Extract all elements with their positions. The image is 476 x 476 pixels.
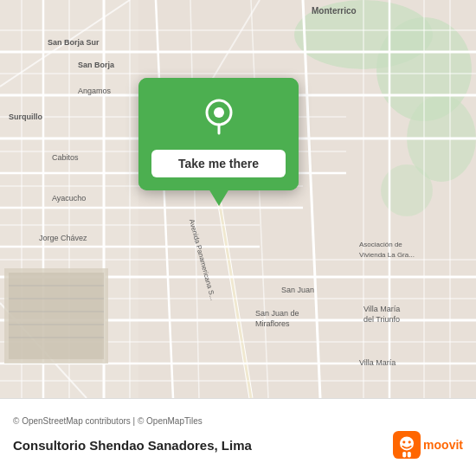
svg-point-73 bbox=[408, 441, 411, 443]
svg-text:Villa María: Villa María bbox=[359, 358, 396, 367]
svg-text:Villa María: Villa María bbox=[363, 305, 400, 313]
moovit-icon bbox=[393, 431, 421, 459]
svg-text:Vivienda La Gra...: Vivienda La Gra... bbox=[359, 251, 415, 259]
svg-text:Miraflores: Miraflores bbox=[255, 319, 290, 328]
location-info: Consultorio Shendao Sanadores, Lima moov… bbox=[13, 431, 463, 459]
svg-text:Surquillo: Surquillo bbox=[9, 113, 42, 121]
popup-tail bbox=[209, 189, 229, 206]
svg-text:San Juan de: San Juan de bbox=[255, 309, 299, 318]
svg-text:Angamos: Angamos bbox=[78, 87, 112, 95]
moovit-logo: moovit bbox=[393, 431, 463, 459]
location-name: Consultorio Shendao Sanadores, Lima bbox=[13, 438, 252, 453]
bottom-bar: © OpenStreetMap contributors | © OpenMap… bbox=[0, 398, 476, 476]
moovit-text: moovit bbox=[423, 438, 463, 452]
svg-text:San Borja Sur: San Borja Sur bbox=[48, 38, 100, 47]
svg-point-68 bbox=[214, 107, 224, 118]
svg-rect-75 bbox=[408, 452, 411, 457]
svg-text:Asociación de: Asociación de bbox=[359, 241, 402, 248]
map-container: Monterrico San Borja Sur San Borja Angam… bbox=[0, 0, 476, 398]
location-pin-icon bbox=[198, 95, 240, 137]
svg-text:Ayacucho: Ayacucho bbox=[52, 194, 86, 203]
popup-card: Take me there bbox=[138, 78, 299, 190]
svg-rect-74 bbox=[402, 452, 406, 457]
svg-text:Cabitos: Cabitos bbox=[52, 153, 79, 162]
svg-point-72 bbox=[402, 441, 405, 443]
take-me-there-button[interactable]: Take me there bbox=[151, 150, 286, 177]
attribution-text: © OpenStreetMap contributors | © OpenMap… bbox=[13, 416, 463, 426]
svg-text:San Juan: San Juan bbox=[281, 286, 314, 294]
svg-text:Jorge Chávez: Jorge Chávez bbox=[39, 234, 87, 242]
svg-text:San Borja: San Borja bbox=[78, 61, 115, 69]
svg-text:del Triunfo: del Triunfo bbox=[363, 315, 400, 324]
svg-text:Monterrico: Monterrico bbox=[312, 6, 357, 16]
